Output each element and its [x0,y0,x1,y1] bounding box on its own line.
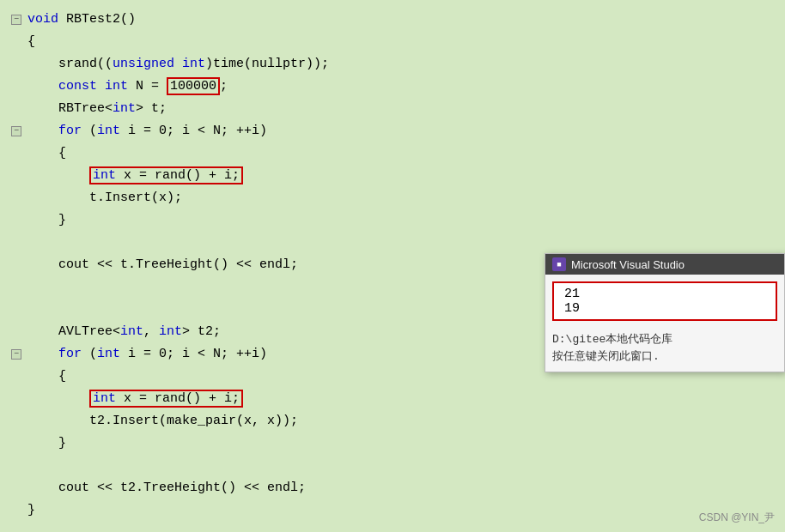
code-content-12: cout << t.TreeHeight() << endl; [27,255,298,275]
code-line-10: } [0,209,785,232]
fold-marker-6[interactable]: − [9,126,24,136]
code-content-23: } [27,500,35,520]
code-line-5: RBTree<int> t; [0,98,785,120]
output-message-line1: D:\gitee本地代码仓库 [552,331,777,348]
code-content-20: } [27,433,66,453]
popup-title: Microsoft Visual Studio [571,258,685,271]
code-line-7: { [0,142,785,165]
code-line-21 [0,455,785,477]
code-content-7: { [27,143,66,163]
fold-marker-1[interactable]: − [9,15,24,25]
code-line-1: − void RBTest2() [0,9,785,31]
code-line-8: int x = rand() + i; [0,165,785,187]
output-numbers: 21 19 [552,281,777,321]
code-line-3: srand((unsigned int)time(nullptr)); [0,53,785,76]
code-line-2: { [0,31,785,53]
output-popup: ■ Microsoft Visual Studio 21 19 D:\gitee… [545,253,785,372]
code-content-5: RBTree<int> t; [27,99,167,118]
output-number-1: 21 [564,287,765,301]
fold-marker-16[interactable]: − [9,349,24,360]
code-line-22: cout << t2.TreeHeight() << endl; [0,477,785,499]
code-content-4: const int N = 100000; [27,76,228,96]
code-content-17: { [27,366,66,386]
code-content-1: void RBTest2() [27,9,136,29]
code-line-20: } [0,432,785,455]
code-content-14 [27,299,35,319]
output-number-2: 19 [564,301,765,316]
code-content-11 [27,233,35,252]
code-content-18: int x = rand() + i; [27,389,243,408]
code-line-6: − for (int i = 0; i < N; ++i) [0,120,785,142]
output-titlebar: ■ Microsoft Visual Studio [545,254,784,275]
code-line-18: int x = rand() + i; [0,388,785,410]
code-content-8: int x = rand() + i; [27,166,243,185]
code-content-9: t.Insert(x); [27,188,182,208]
code-content-6: for (int i = 0; i < N; ++i) [27,121,267,141]
code-content-2: { [27,32,35,51]
code-content-21 [27,456,35,475]
code-line-23: } [0,499,785,522]
code-content-16: for (int i = 0; i < N; ++i) [27,344,267,364]
code-line-11 [0,232,785,254]
code-content-13 [27,277,35,297]
code-content-15: AVLTree<int, int> t2; [27,322,221,342]
code-area: − void RBTest2() { srand((unsigned int)t… [0,0,785,532]
code-line-19: t2.Insert(make_pair(x, x)); [0,410,785,432]
output-text: D:\gitee本地代码仓库 按任意键关闭此窗口. [545,328,784,372]
code-content-19: t2.Insert(make_pair(x, x)); [27,411,298,431]
code-line-4: const int N = 100000; [0,76,785,98]
code-content-10: } [27,210,66,230]
code-content-3: srand((unsigned int)time(nullptr)); [27,54,329,74]
vs-icon: ■ [552,257,566,271]
code-line-9: t.Insert(x); [0,187,785,209]
watermark: CSDN @YIN_尹 [699,511,775,525]
output-message-line2: 按任意键关闭此窗口. [552,348,777,366]
code-content-22: cout << t2.TreeHeight() << endl; [27,478,306,498]
